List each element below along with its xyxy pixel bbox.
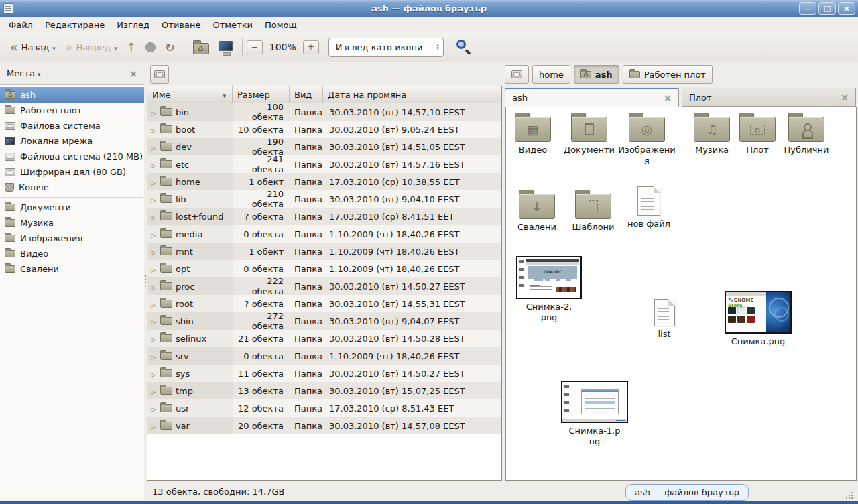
menu-go[interactable]: Отиване [156, 19, 206, 32]
forward-button[interactable]: Напред [60, 36, 122, 58]
sidebar-item-downloads[interactable]: Свалени [0, 261, 144, 277]
sidebar-item-network[interactable]: Локална мрежа [0, 133, 144, 149]
column-header-modified[interactable]: Дата на промяна [323, 86, 501, 103]
table-row[interactable]: mnt1 обектПапка1.10.2009 (чт) 18,40,26 E… [147, 243, 501, 260]
table-row[interactable]: lost+found? обектаПапка17.03.2010 (ср) 8… [147, 208, 501, 225]
table-row[interactable]: root? обектаПапка30.03.2010 (вт) 14,55,3… [147, 295, 501, 312]
path-ash-button[interactable]: ash [574, 65, 619, 84]
menu-file[interactable]: Файл [3, 19, 39, 32]
expander-icon[interactable] [151, 194, 156, 204]
back-button[interactable]: Назад [5, 36, 60, 58]
table-row[interactable]: etc241 обектаПапка30.03.2010 (вт) 14,57,… [147, 155, 501, 173]
tab-ash[interactable]: ash [505, 88, 679, 107]
expander-icon[interactable] [151, 142, 156, 152]
titlebar[interactable]: ash — файлов браузър [0, 0, 858, 17]
icon-new-file[interactable]: нов файл [622, 186, 676, 229]
reload-button[interactable] [160, 36, 180, 58]
places-title[interactable]: Места [7, 68, 35, 78]
icon-templates-folder[interactable]: Шаблони [566, 188, 620, 233]
table-row[interactable]: usr12 обектаПапка17.03.2010 (ср) 8,51,43… [147, 399, 501, 417]
sidebar-item-videos[interactable]: Видео [0, 246, 144, 261]
up-button[interactable] [121, 36, 140, 58]
close-button[interactable] [838, 2, 855, 15]
expander-icon[interactable] [151, 247, 156, 257]
menu-view[interactable]: Изглед [111, 19, 156, 32]
path-home-button[interactable]: home [532, 65, 570, 84]
table-row[interactable]: proc222 обектаПапка30.03.2010 (вт) 14,50… [147, 277, 501, 295]
minimize-button[interactable] [799, 2, 816, 15]
path-root-button[interactable] [505, 65, 529, 84]
sidebar-item-encrypted-80gb[interactable]: Шифриран дял (80 GB) [0, 164, 144, 180]
sidebar-item-pictures[interactable]: Изображения [0, 231, 144, 246]
icon-videos-folder[interactable]: ▦ Видео [505, 111, 560, 155]
sidebar-item-music[interactable]: Музика [0, 215, 144, 231]
search-button[interactable] [452, 36, 475, 58]
table-row[interactable]: var20 обектаПапка30.03.2010 (вт) 14,57,0… [147, 417, 501, 434]
menu-help[interactable]: Помощ [259, 19, 303, 32]
icon-desktop-folder[interactable]: Плот [732, 111, 783, 155]
menu-bookmarks[interactable]: Отметки [206, 19, 258, 32]
view-mode-select[interactable]: Изглед като икони [328, 38, 444, 57]
icon-downloads-folder[interactable]: ↓ Свалени [510, 188, 564, 233]
expander-icon[interactable] [151, 369, 156, 379]
tab-plot[interactable]: Плот [682, 88, 856, 107]
sidebar-item-ash[interactable]: ash [0, 87, 144, 103]
icon-documents-folder[interactable]: Документи [560, 111, 619, 155]
sidebar-item-desktop[interactable]: Работен плот [0, 103, 144, 118]
column-header-type[interactable]: Вид [290, 86, 323, 103]
icon-snimka-png[interactable]: 🐾GNOME Store Снимка.png [723, 291, 793, 347]
expander-icon[interactable] [151, 107, 156, 117]
table-row[interactable]: sys11 обектаПапка30.03.2010 (вт) 14,50,2… [147, 365, 501, 382]
places-close-button[interactable] [129, 68, 137, 79]
zoom-in-button[interactable] [303, 40, 319, 54]
icon-snimka-2-png[interactable]: GUADEC Снимка-2.png [515, 256, 583, 323]
table-row[interactable]: boot10 обектаПапка30.03.2010 (вт) 9,05,2… [147, 121, 501, 138]
stop-button[interactable] [141, 36, 160, 58]
expander-icon[interactable] [151, 229, 156, 239]
expander-icon[interactable] [151, 281, 156, 292]
sidebar-item-filesystem[interactable]: Файлова система [0, 118, 144, 133]
table-row[interactable]: lib210 обектаПапка30.03.2010 (вт) 9,04,1… [147, 190, 501, 208]
menu-edit[interactable]: Редактиране [39, 19, 111, 32]
table-row[interactable]: selinux21 обектаПапка30.03.2010 (вт) 14,… [147, 330, 501, 347]
sidebar-splitter[interactable] [144, 62, 147, 500]
maximize-button[interactable] [818, 2, 836, 15]
zoom-out-button[interactable] [247, 40, 263, 54]
resize-grip[interactable] [843, 492, 854, 500]
icon-view[interactable]: ▦ Видео Документи ◎ Изображения ♫ Музика… [505, 107, 857, 481]
expander-icon[interactable] [151, 160, 156, 170]
expander-icon[interactable] [151, 351, 156, 361]
icon-list-file[interactable]: list [644, 299, 685, 340]
sidebar-item-documents[interactable]: Документи [0, 200, 144, 215]
expander-icon[interactable] [151, 316, 156, 326]
sidebar-item-filesystem-210mb[interactable]: Файлова система (210 MB) [0, 149, 144, 164]
column-header-name[interactable]: Име [147, 86, 233, 103]
expander-icon[interactable] [151, 177, 156, 187]
icon-music-folder[interactable]: ♫ Музика [685, 111, 739, 155]
expander-icon[interactable] [151, 421, 156, 431]
table-row[interactable]: home1 обектПапка17.03.2010 (ср) 10,38,55… [147, 173, 501, 190]
table-row[interactable]: dev190 обектаПапка30.03.2010 (вт) 14,51,… [147, 138, 501, 155]
column-header-size[interactable]: Размер [233, 86, 290, 103]
expander-icon[interactable] [151, 403, 156, 414]
expander-icon[interactable] [151, 299, 156, 309]
table-row[interactable]: tmp13 обектаПапка30.03.2010 (вт) 15,07,2… [147, 382, 501, 399]
table-row[interactable]: media0 обектаПапка1.10.2009 (чт) 18,40,2… [147, 225, 501, 243]
icon-pictures-folder[interactable]: ◎ Изображения [618, 111, 676, 166]
table-row[interactable]: srv0 обектаПапка1.10.2009 (чт) 18,40,26 … [147, 347, 501, 365]
tab-close-icon[interactable] [841, 92, 849, 103]
expander-icon[interactable] [151, 264, 156, 274]
home-button[interactable] [188, 36, 214, 58]
sidebar-item-trash[interactable]: Кошче [0, 180, 144, 195]
panes-splitter[interactable] [502, 62, 505, 481]
icon-public-folder[interactable]: Публични [779, 111, 834, 155]
expander-icon[interactable] [151, 334, 156, 344]
tab-close-icon[interactable] [664, 92, 672, 103]
expander-icon[interactable] [151, 125, 156, 135]
computer-button[interactable] [214, 36, 238, 58]
table-row[interactable]: bin108 обектаПапка30.03.2010 (вт) 14,57,… [147, 103, 501, 121]
icon-snimka-1-png[interactable]: Снимка-1.png [560, 381, 629, 447]
path-desktop-button[interactable]: Работен плот [623, 65, 713, 84]
chevron-down-icon[interactable] [35, 68, 41, 78]
tree-root-button[interactable] [150, 65, 169, 84]
